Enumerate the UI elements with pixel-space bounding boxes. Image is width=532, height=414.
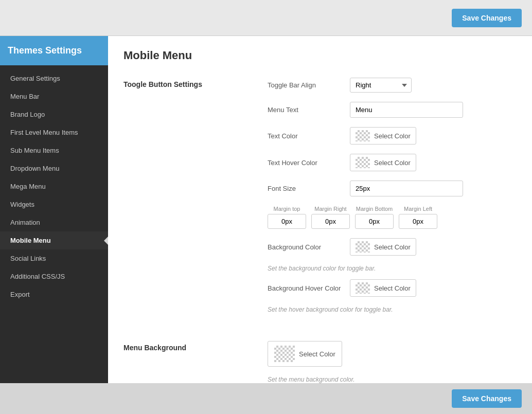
text-hover-color-button-label: Select Color: [374, 159, 411, 167]
menu-background-color-row: Select Color: [268, 341, 517, 367]
sidebar-item-menu-bar[interactable]: Menu Bar: [0, 87, 108, 105]
background-hover-color-row: Background Hover Color Select Color: [268, 279, 517, 297]
sidebar-item-label: General Settings: [10, 75, 60, 82]
sidebar-item-animation[interactable]: Animation: [0, 213, 108, 231]
sidebar-item-social-links[interactable]: Social Links: [0, 249, 108, 267]
margin-top-input[interactable]: [268, 214, 306, 229]
margins-row: Margin top Margin Right Margin Bottom Ma…: [268, 206, 517, 229]
text-color-button-label: Select Color: [374, 132, 411, 140]
sidebar-item-mobile-menu[interactable]: Mobile Menu: [0, 231, 108, 249]
text-hover-color-label: Text Hover Color: [268, 159, 350, 167]
text-hover-color-row: Text Hover Color Select Color: [268, 154, 517, 171]
menu-background-section-content: Select Color Set the menu background col…: [268, 341, 517, 383]
menu-background-color-checker: [274, 346, 295, 362]
font-size-control: [350, 181, 517, 196]
background-hover-color-control: Select Color: [350, 279, 517, 297]
menu-text-row: Menu Text: [268, 102, 517, 118]
margin-right-group: Margin Right: [311, 206, 350, 229]
sidebar-title: Themes Settings: [0, 36, 108, 65]
sidebar-item-dropdown-menu[interactable]: Dropdown Menu: [0, 159, 108, 177]
menu-background-color-control: Select Color: [268, 341, 517, 367]
sidebar-item-label: Export: [10, 291, 30, 298]
text-color-control: Select Color: [350, 127, 517, 145]
menu-background-section-label: Menu Background: [123, 341, 268, 383]
sidebar-item-label: Dropdown Menu: [10, 165, 59, 172]
toggle-button-section-label: Toogle Button Settings: [123, 78, 268, 320]
sidebar-item-widgets[interactable]: Widgets: [0, 195, 108, 213]
background-hover-color-button-label: Select Color: [374, 284, 411, 292]
background-hover-color-picker-button[interactable]: Select Color: [350, 279, 416, 297]
toggle-button-settings-section: Toogle Button Settings Toggle Bar Align …: [123, 78, 517, 320]
text-color-label: Text Color: [268, 132, 350, 140]
margin-left-label: Margin Left: [404, 206, 432, 212]
toggle-button-section-content: Toggle Bar Align Left Right Center Menu …: [268, 78, 517, 320]
sidebar-item-label: Additional CSS/JS: [10, 273, 65, 280]
menu-background-section: Menu Background Select Color Set the men…: [123, 341, 517, 383]
menu-text-input[interactable]: [350, 102, 463, 118]
text-hover-color-checker: [356, 157, 370, 168]
sidebar-item-label: Mobile Menu: [10, 237, 51, 244]
sidebar-item-export[interactable]: Export: [0, 285, 108, 303]
sidebar-item-label: Widgets: [10, 201, 34, 208]
margin-left-group: Margin Left: [399, 206, 437, 229]
menu-background-color-picker-button[interactable]: Select Color: [268, 341, 342, 367]
text-color-checker: [356, 130, 370, 141]
font-size-input[interactable]: [350, 181, 463, 196]
background-hover-color-help-text: Set the hover background color for toggl…: [268, 306, 517, 313]
sidebar: Themes Settings General Settings Menu Ba…: [0, 36, 108, 383]
save-changes-button-top[interactable]: Save Changes: [452, 9, 522, 27]
background-color-row: Background Color Select Color: [268, 238, 517, 256]
sidebar-item-label: Menu Bar: [10, 93, 39, 100]
menu-background-color-button-label: Select Color: [299, 350, 335, 358]
background-color-checker: [356, 241, 370, 253]
margin-left-input[interactable]: [399, 214, 437, 229]
text-color-row: Text Color Select Color: [268, 127, 517, 145]
content-area: Mobile Menu Toogle Button Settings Toggl…: [108, 36, 532, 383]
margin-right-input[interactable]: [311, 214, 350, 229]
main-layout: Themes Settings General Settings Menu Ba…: [0, 36, 532, 383]
text-color-picker-button[interactable]: Select Color: [350, 127, 416, 145]
sidebar-item-label: First Level Menu Items: [10, 129, 78, 136]
sidebar-nav: General Settings Menu Bar Brand Logo Fir…: [0, 65, 108, 383]
text-hover-color-picker-button[interactable]: Select Color: [350, 154, 416, 171]
font-size-label: Font Size: [268, 185, 350, 192]
sidebar-item-label: Brand Logo: [10, 111, 45, 118]
background-color-help-text: Set the background color for toggle bar.: [268, 265, 517, 272]
margin-bottom-label: Margin Bottom: [356, 206, 393, 212]
margin-top-label: Margin top: [274, 206, 300, 212]
margin-right-label: Margin Right: [314, 206, 346, 212]
background-color-button-label: Select Color: [374, 243, 411, 251]
background-hover-color-checker: [356, 282, 370, 294]
sidebar-item-sub-menu-items[interactable]: Sub Menu Items: [0, 141, 108, 159]
sidebar-item-brand-logo[interactable]: Brand Logo: [0, 105, 108, 123]
sidebar-item-additional-css[interactable]: Additional CSS/JS: [0, 267, 108, 285]
sidebar-item-general-settings[interactable]: General Settings: [0, 69, 108, 87]
text-hover-color-control: Select Color: [350, 154, 517, 171]
background-color-control: Select Color: [350, 238, 517, 256]
margin-bottom-input[interactable]: [355, 214, 394, 229]
sidebar-item-label: Animation: [10, 219, 40, 226]
page-title: Mobile Menu: [123, 49, 517, 62]
font-size-row: Font Size: [268, 181, 517, 196]
toggle-bar-align-control: Left Right Center: [350, 78, 517, 93]
background-color-label: Background Color: [268, 243, 350, 251]
toggle-bar-align-label: Toggle Bar Align: [268, 81, 350, 89]
sidebar-item-label: Mega Menu: [10, 183, 46, 190]
margin-bottom-group: Margin Bottom: [355, 206, 394, 229]
sidebar-item-label: Social Links: [10, 255, 46, 262]
menu-text-label: Menu Text: [268, 106, 350, 114]
background-color-picker-button[interactable]: Select Color: [350, 238, 416, 256]
sidebar-item-mega-menu[interactable]: Mega Menu: [0, 177, 108, 195]
menu-background-color-help-text: Set the menu background color.: [268, 376, 517, 383]
top-bar: Save Changes: [0, 0, 532, 36]
menu-text-control: [350, 102, 517, 118]
bottom-bar: Save Changes: [0, 383, 532, 414]
background-hover-color-label: Background Hover Color: [268, 284, 350, 292]
toggle-bar-align-row: Toggle Bar Align Left Right Center: [268, 78, 517, 93]
save-changes-button-bottom[interactable]: Save Changes: [452, 389, 522, 408]
toggle-bar-align-select[interactable]: Left Right Center: [350, 78, 412, 93]
sidebar-item-label: Sub Menu Items: [10, 147, 59, 154]
margin-top-group: Margin top: [268, 206, 306, 229]
sidebar-item-first-level-menu[interactable]: First Level Menu Items: [0, 123, 108, 141]
